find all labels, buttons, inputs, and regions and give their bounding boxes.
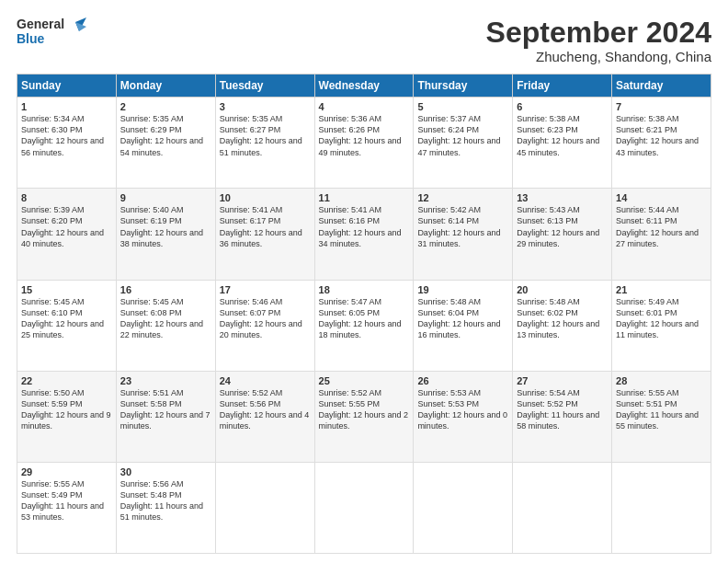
day-info: Sunrise: 5:39 AM Sunset: 6:20 PM Dayligh… <box>21 204 112 249</box>
calendar-day-cell: 14 Sunrise: 5:44 AM Sunset: 6:11 PM Dayl… <box>612 189 711 280</box>
calendar-day-cell: 28 Sunrise: 5:55 AM Sunset: 5:51 PM Dayl… <box>612 371 711 462</box>
day-of-week-header: Monday <box>116 75 215 98</box>
day-number: 1 <box>21 101 112 112</box>
day-number: 5 <box>417 101 508 112</box>
calendar-day-cell <box>314 462 414 553</box>
day-number: 24 <box>220 375 311 386</box>
calendar-day-cell: 22 Sunrise: 5:50 AM Sunset: 5:59 PM Dayl… <box>17 371 117 462</box>
calendar-day-cell: 11 Sunrise: 5:41 AM Sunset: 6:16 PM Dayl… <box>314 189 414 280</box>
calendar-day-cell: 6 Sunrise: 5:38 AM Sunset: 6:23 PM Dayli… <box>513 98 612 189</box>
day-number: 19 <box>417 284 508 295</box>
title-block: September 2024 Zhucheng, Shandong, China <box>486 17 711 64</box>
logo-bird-icon <box>66 17 86 45</box>
day-number: 29 <box>21 466 112 477</box>
calendar-day-cell: 10 Sunrise: 5:41 AM Sunset: 6:17 PM Dayl… <box>215 189 314 280</box>
day-number: 28 <box>616 375 707 386</box>
day-number: 12 <box>417 192 508 203</box>
day-number: 26 <box>417 375 508 386</box>
day-number: 2 <box>120 101 211 112</box>
calendar-day-cell: 4 Sunrise: 5:36 AM Sunset: 6:26 PM Dayli… <box>314 98 414 189</box>
calendar-day-cell: 12 Sunrise: 5:42 AM Sunset: 6:14 PM Dayl… <box>414 189 513 280</box>
day-info: Sunrise: 5:46 AM Sunset: 6:07 PM Dayligh… <box>220 296 311 341</box>
day-info: Sunrise: 5:36 AM Sunset: 6:26 PM Dayligh… <box>319 113 410 158</box>
calendar-day-cell: 15 Sunrise: 5:45 AM Sunset: 6:10 PM Dayl… <box>17 280 117 371</box>
day-number: 11 <box>319 192 410 203</box>
day-number: 14 <box>616 192 707 203</box>
calendar-day-cell <box>414 462 513 553</box>
day-info: Sunrise: 5:37 AM Sunset: 6:24 PM Dayligh… <box>417 113 508 158</box>
calendar-day-cell: 2 Sunrise: 5:35 AM Sunset: 6:29 PM Dayli… <box>116 98 215 189</box>
day-info: Sunrise: 5:41 AM Sunset: 6:16 PM Dayligh… <box>319 204 410 249</box>
day-info: Sunrise: 5:50 AM Sunset: 5:59 PM Dayligh… <box>21 387 112 432</box>
day-info: Sunrise: 5:54 AM Sunset: 5:52 PM Dayligh… <box>517 387 608 432</box>
day-info: Sunrise: 5:42 AM Sunset: 6:14 PM Dayligh… <box>417 204 508 249</box>
calendar-week-row: 15 Sunrise: 5:45 AM Sunset: 6:10 PM Dayl… <box>17 280 711 371</box>
calendar-day-cell: 20 Sunrise: 5:48 AM Sunset: 6:02 PM Dayl… <box>513 280 612 371</box>
calendar-day-cell: 30 Sunrise: 5:56 AM Sunset: 5:48 PM Dayl… <box>116 462 215 553</box>
day-number: 15 <box>21 284 112 295</box>
day-info: Sunrise: 5:43 AM Sunset: 6:13 PM Dayligh… <box>517 204 608 249</box>
day-number: 18 <box>319 284 410 295</box>
day-info: Sunrise: 5:38 AM Sunset: 6:23 PM Dayligh… <box>517 113 608 158</box>
day-of-week-header: Wednesday <box>314 75 414 98</box>
calendar-day-cell: 1 Sunrise: 5:34 AM Sunset: 6:30 PM Dayli… <box>17 98 117 189</box>
calendar-day-cell: 27 Sunrise: 5:54 AM Sunset: 5:52 PM Dayl… <box>513 371 612 462</box>
day-info: Sunrise: 5:56 AM Sunset: 5:48 PM Dayligh… <box>120 478 211 523</box>
day-number: 8 <box>21 192 112 203</box>
day-number: 4 <box>319 101 410 112</box>
day-number: 16 <box>120 284 211 295</box>
calendar-week-row: 8 Sunrise: 5:39 AM Sunset: 6:20 PM Dayli… <box>17 189 711 280</box>
day-info: Sunrise: 5:55 AM Sunset: 5:49 PM Dayligh… <box>21 478 112 523</box>
calendar-day-cell: 13 Sunrise: 5:43 AM Sunset: 6:13 PM Dayl… <box>513 189 612 280</box>
day-info: Sunrise: 5:52 AM Sunset: 5:56 PM Dayligh… <box>220 387 311 432</box>
calendar-day-cell: 16 Sunrise: 5:45 AM Sunset: 6:08 PM Dayl… <box>116 280 215 371</box>
day-info: Sunrise: 5:35 AM Sunset: 6:29 PM Dayligh… <box>120 113 211 158</box>
day-number: 21 <box>616 284 707 295</box>
day-info: Sunrise: 5:48 AM Sunset: 6:02 PM Dayligh… <box>517 296 608 341</box>
calendar-day-cell: 21 Sunrise: 5:49 AM Sunset: 6:01 PM Dayl… <box>612 280 711 371</box>
calendar-day-cell <box>513 462 612 553</box>
calendar-day-cell: 9 Sunrise: 5:40 AM Sunset: 6:19 PM Dayli… <box>116 189 215 280</box>
day-info: Sunrise: 5:44 AM Sunset: 6:11 PM Dayligh… <box>616 204 707 249</box>
day-number: 6 <box>517 101 608 112</box>
calendar-day-cell: 24 Sunrise: 5:52 AM Sunset: 5:56 PM Dayl… <box>215 371 314 462</box>
calendar-day-cell: 23 Sunrise: 5:51 AM Sunset: 5:58 PM Dayl… <box>116 371 215 462</box>
calendar-week-row: 29 Sunrise: 5:55 AM Sunset: 5:49 PM Dayl… <box>17 462 711 553</box>
calendar-day-cell: 19 Sunrise: 5:48 AM Sunset: 6:04 PM Dayl… <box>414 280 513 371</box>
location: Zhucheng, Shandong, China <box>486 49 711 64</box>
day-of-week-header: Saturday <box>612 75 711 98</box>
day-number: 9 <box>120 192 211 203</box>
day-info: Sunrise: 5:38 AM Sunset: 6:21 PM Dayligh… <box>616 113 707 158</box>
calendar-day-cell <box>612 462 711 553</box>
day-info: Sunrise: 5:55 AM Sunset: 5:51 PM Dayligh… <box>616 387 707 432</box>
calendar-day-cell: 5 Sunrise: 5:37 AM Sunset: 6:24 PM Dayli… <box>414 98 513 189</box>
day-of-week-header: Friday <box>513 75 612 98</box>
day-info: Sunrise: 5:34 AM Sunset: 6:30 PM Dayligh… <box>21 113 112 158</box>
day-info: Sunrise: 5:45 AM Sunset: 6:08 PM Dayligh… <box>120 296 211 341</box>
header: General Blue September 2024 Zhucheng, Sh… <box>17 17 711 64</box>
day-info: Sunrise: 5:53 AM Sunset: 5:53 PM Dayligh… <box>417 387 508 432</box>
day-info: Sunrise: 5:51 AM Sunset: 5:58 PM Dayligh… <box>120 387 211 432</box>
calendar-day-cell: 26 Sunrise: 5:53 AM Sunset: 5:53 PM Dayl… <box>414 371 513 462</box>
day-number: 17 <box>220 284 311 295</box>
logo-general: General <box>17 17 64 31</box>
day-number: 30 <box>120 466 211 477</box>
day-number: 25 <box>319 375 410 386</box>
calendar-day-cell: 7 Sunrise: 5:38 AM Sunset: 6:21 PM Dayli… <box>612 98 711 189</box>
calendar-body: 1 Sunrise: 5:34 AM Sunset: 6:30 PM Dayli… <box>17 98 711 554</box>
calendar: SundayMondayTuesdayWednesdayThursdayFrid… <box>17 74 711 554</box>
day-info: Sunrise: 5:47 AM Sunset: 6:05 PM Dayligh… <box>319 296 410 341</box>
day-info: Sunrise: 5:40 AM Sunset: 6:19 PM Dayligh… <box>120 204 211 249</box>
day-number: 3 <box>220 101 311 112</box>
calendar-day-cell: 29 Sunrise: 5:55 AM Sunset: 5:49 PM Dayl… <box>17 462 117 553</box>
day-info: Sunrise: 5:35 AM Sunset: 6:27 PM Dayligh… <box>220 113 311 158</box>
day-number: 10 <box>220 192 311 203</box>
logo-blue: Blue <box>17 31 64 46</box>
calendar-header-row: SundayMondayTuesdayWednesdayThursdayFrid… <box>17 75 711 98</box>
calendar-day-cell: 17 Sunrise: 5:46 AM Sunset: 6:07 PM Dayl… <box>215 280 314 371</box>
day-of-week-header: Thursday <box>414 75 513 98</box>
logo: General Blue <box>17 17 86 46</box>
day-number: 20 <box>517 284 608 295</box>
day-number: 22 <box>21 375 112 386</box>
calendar-day-cell: 8 Sunrise: 5:39 AM Sunset: 6:20 PM Dayli… <box>17 189 117 280</box>
